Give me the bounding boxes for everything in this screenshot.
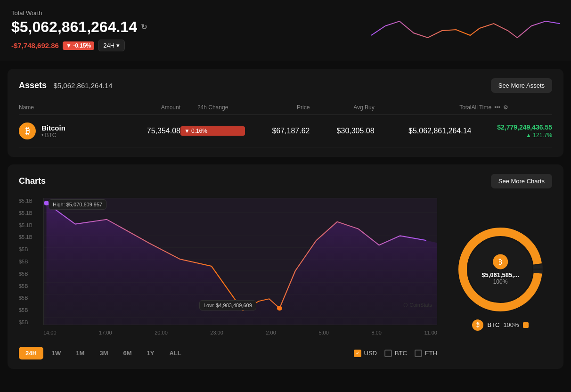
tooltip-low: Low: $4,983,489,609 — [199, 300, 256, 310]
col-amount: Amount — [127, 104, 180, 111]
legend-coin-name: BTC — [487, 321, 499, 328]
refresh-icon[interactable]: ↻ — [141, 23, 147, 32]
legend-pct: 100% — [503, 321, 519, 328]
time-tab-all[interactable]: ALL — [163, 347, 188, 359]
change-pct-text: -0.15% — [73, 42, 91, 49]
total-worth-amount: $5,062,861,264.14 — [11, 18, 137, 36]
change-pct-badge: ▼ -0.15% — [63, 41, 94, 50]
change-row: -$7,748,692.86 ▼ -0.15% 24H ▾ — [11, 40, 147, 51]
donut-legend: ₿ BTC 100% — [472, 319, 528, 331]
btc-checkbox[interactable] — [384, 350, 392, 357]
donut-chart-container: ₿ $5,061,585,... 100% ₿ BTC 100% — [449, 198, 552, 359]
coin-amount: 75,354.08 — [127, 127, 180, 135]
x-axis: 14:00 17:00 20:00 23:00 2:00 5:00 8:00 1… — [43, 326, 437, 339]
coin-info: Bitcoin • BTC — [41, 124, 65, 139]
coin-change-cell: ▼ 0.16% — [180, 126, 245, 136]
line-chart-container: $5.1B $5.1B $5.1B $5.1B $5B $5B $5B $5B … — [19, 198, 437, 359]
currency-usd[interactable]: ✓ USD — [354, 350, 377, 357]
coin-avg-buy: $30,305.08 — [310, 127, 374, 135]
legend-color-dot — [523, 322, 529, 328]
usd-label: USD — [364, 350, 377, 357]
time-tab-24h[interactable]: 24H — [19, 347, 43, 359]
timeframe-selector[interactable]: 24H ▾ — [98, 40, 125, 51]
profit-value: $2,779,249,436.55 — [471, 123, 552, 131]
eth-label: ETH — [425, 350, 437, 357]
dots-icon[interactable]: ••• — [494, 104, 500, 111]
coin-profit: $2,779,249,436.55 ▲ 121.7% — [471, 123, 552, 139]
assets-total: $5,062,861,264.14 — [54, 82, 113, 90]
currency-eth[interactable]: ETH — [415, 350, 437, 357]
total-worth-label: Total Worth — [11, 9, 147, 16]
bottom-controls: 24H 1W 1M 3M 6M 1Y ALL ✓ USD — [19, 341, 437, 359]
arrow-up-icon: ▲ — [526, 132, 531, 139]
charts-section: Charts See More Charts $5.1B $5.1B $5.1B… — [8, 164, 563, 369]
coin-total: $5,062,861,264.14 — [375, 127, 472, 135]
total-worth-value: $5,062,861,264.14 ↻ — [11, 18, 147, 36]
btc-label: BTC — [395, 350, 407, 357]
assets-title: Assets — [19, 81, 47, 90]
legend-btc-icon: ₿ — [472, 319, 483, 331]
filter-icon[interactable]: ⚙ — [503, 104, 508, 111]
charts-header: Charts See More Charts — [19, 174, 552, 188]
charts-content: $5.1B $5.1B $5.1B $5.1B $5B $5B $5B $5B … — [19, 198, 552, 359]
donut-btc-icon: ₿ — [493, 254, 508, 269]
profit-pct: ▲ 121.7% — [471, 132, 552, 139]
col-price: Price — [245, 104, 310, 111]
usd-checkbox[interactable]: ✓ — [354, 350, 361, 357]
change-badge: ▼ 0.16% — [180, 126, 245, 136]
profit-pct-value: 121.7% — [533, 132, 552, 139]
time-tabs: 24H 1W 1M 3M 6M 1Y ALL — [19, 347, 188, 359]
donut-value: $5,061,585,... — [481, 271, 519, 278]
coinstats-logo: ⬡ — [403, 302, 408, 308]
col-change: 24h Change — [180, 104, 245, 111]
col-avg-buy: Avg Buy — [310, 104, 374, 111]
charts-title: Charts — [19, 176, 46, 186]
all-time-label: All Time — [471, 104, 491, 111]
svg-point-12 — [277, 306, 282, 310]
time-tab-6m[interactable]: 6M — [116, 347, 138, 359]
coin-price: $67,187.62 — [245, 127, 310, 135]
see-more-assets-button[interactable]: See More Assets — [491, 78, 552, 93]
col-total: Total — [375, 104, 472, 111]
assets-title-group: Assets $5,062,861,264.14 — [19, 81, 113, 90]
change-value: -$7,748,692.86 — [11, 41, 59, 49]
coin-cell: ₿ Bitcoin • BTC — [19, 122, 127, 139]
coinstats-watermark: ⬡ CoinStats — [403, 302, 432, 308]
time-tab-3m[interactable]: 3M — [93, 347, 114, 359]
assets-header: Assets $5,062,861,264.14 See More Assets — [19, 78, 552, 93]
donut-chart: ₿ $5,061,585,... 100% — [458, 227, 543, 312]
see-more-charts-button[interactable]: See More Charts — [491, 174, 552, 188]
chart-area: $5.1B $5.1B $5.1B $5.1B $5B $5B $5B $5B … — [19, 198, 437, 339]
top-left: Total Worth $5,062,861,264.14 ↻ -$7,748,… — [11, 9, 147, 51]
y-axis: $5.1B $5.1B $5.1B $5.1B $5B $5B $5B $5B … — [19, 198, 41, 325]
timeframe-value: 24H — [103, 42, 114, 49]
coin-ticker: • BTC — [41, 132, 65, 139]
time-tab-1w[interactable]: 1W — [45, 347, 68, 359]
arrow-down-icon: ▼ — [66, 42, 72, 49]
bitcoin-icon: ₿ — [19, 122, 36, 139]
coin-name: Bitcoin — [41, 124, 65, 132]
currency-btc[interactable]: BTC — [384, 350, 407, 357]
tooltip-high: High: $5,070,609,957 — [49, 199, 106, 210]
assets-table: Name Amount 24h Change Price Avg Buy Tot… — [19, 100, 552, 147]
col-name: Name — [19, 104, 127, 111]
donut-pct: 100% — [481, 278, 519, 285]
top-section: Total Worth $5,062,861,264.14 ↻ -$7,748,… — [0, 0, 571, 61]
eth-checkbox[interactable] — [415, 350, 422, 357]
chevron-down-icon: ▾ — [116, 42, 120, 49]
donut-center: ₿ $5,061,585,... 100% — [481, 254, 519, 285]
arrow-down-small: ▼ — [184, 128, 190, 134]
table-header: Name Amount 24h Change Price Avg Buy Tot… — [19, 100, 552, 115]
assets-section: Assets $5,062,861,264.14 See More Assets… — [8, 69, 563, 157]
change-24h-value: 0.16% — [191, 128, 207, 134]
time-tab-1m[interactable]: 1M — [69, 347, 91, 359]
time-tab-1y[interactable]: 1Y — [140, 347, 161, 359]
col-all-time: All Time ••• ⚙ — [471, 104, 552, 111]
currency-checks: ✓ USD BTC ETH — [354, 350, 437, 357]
checkmark-icon: ✓ — [356, 351, 359, 356]
table-row: ₿ Bitcoin • BTC 75,354.08 ▼ 0.16% $67,18… — [19, 115, 552, 147]
sparkline-chart — [371, 12, 560, 49]
chart-body: High: $5,070,609,957 Low: $4,983,489,609… — [43, 198, 437, 325]
